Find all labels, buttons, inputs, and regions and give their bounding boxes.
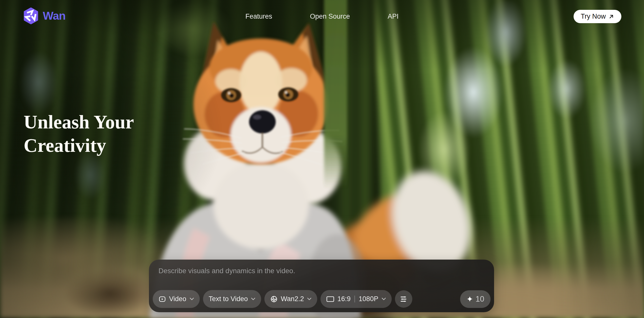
wan-logo-icon bbox=[23, 8, 39, 24]
hero-heading-line1: Unleash Your bbox=[24, 110, 134, 134]
pill-divider bbox=[354, 296, 355, 302]
main-nav: Features Open Source API bbox=[245, 0, 398, 33]
credits-badge[interactable]: 10 bbox=[460, 290, 491, 308]
nav-link-features[interactable]: Features bbox=[245, 13, 272, 20]
globe-icon bbox=[270, 295, 278, 303]
nav-link-open-source[interactable]: Open Source bbox=[310, 13, 350, 20]
chevron-down-icon bbox=[382, 298, 386, 300]
mode-label: Text to Video bbox=[209, 295, 248, 303]
chevron-down-icon bbox=[251, 298, 255, 300]
chevron-down-icon bbox=[190, 298, 194, 300]
prompt-input[interactable] bbox=[158, 266, 476, 285]
video-icon bbox=[158, 295, 166, 303]
try-now-button[interactable]: Try Now bbox=[574, 10, 622, 23]
try-now-label: Try Now bbox=[581, 13, 606, 20]
advanced-settings-button[interactable] bbox=[395, 290, 412, 308]
sparkle-icon bbox=[466, 296, 473, 302]
prompt-controls-row: Video Text to Video Wan bbox=[153, 290, 491, 308]
chevron-down-icon bbox=[307, 298, 311, 300]
hero-section: Wan Features Open Source API Try Now Unl… bbox=[0, 0, 644, 318]
brand-logo[interactable]: Wan bbox=[23, 8, 65, 24]
arrow-up-right-icon bbox=[609, 14, 614, 19]
sliders-icon bbox=[399, 295, 408, 303]
prompt-box: Video Text to Video Wan bbox=[149, 260, 494, 312]
aspect-ratio-value: 16:9 bbox=[337, 295, 351, 303]
top-navigation-bar: Wan Features Open Source API Try Now bbox=[0, 0, 644, 33]
aspect-ratio-icon bbox=[326, 296, 334, 302]
hero-heading-line2: Creativity bbox=[24, 134, 134, 157]
mode-dropdown[interactable]: Text to Video bbox=[203, 290, 261, 308]
hero-heading: Unleash Your Creativity bbox=[24, 110, 134, 157]
model-label: Wan2.2 bbox=[281, 295, 304, 303]
nav-link-api[interactable]: API bbox=[388, 13, 399, 20]
brand-wordmark: Wan bbox=[43, 9, 65, 22]
format-dropdown[interactable]: 16:9 1080P bbox=[320, 290, 392, 308]
media-type-dropdown[interactable]: Video bbox=[153, 290, 200, 308]
credits-value: 10 bbox=[476, 295, 484, 304]
resolution-value: 1080P bbox=[359, 295, 378, 303]
model-dropdown[interactable]: Wan2.2 bbox=[264, 290, 317, 308]
media-type-label: Video bbox=[169, 295, 186, 303]
